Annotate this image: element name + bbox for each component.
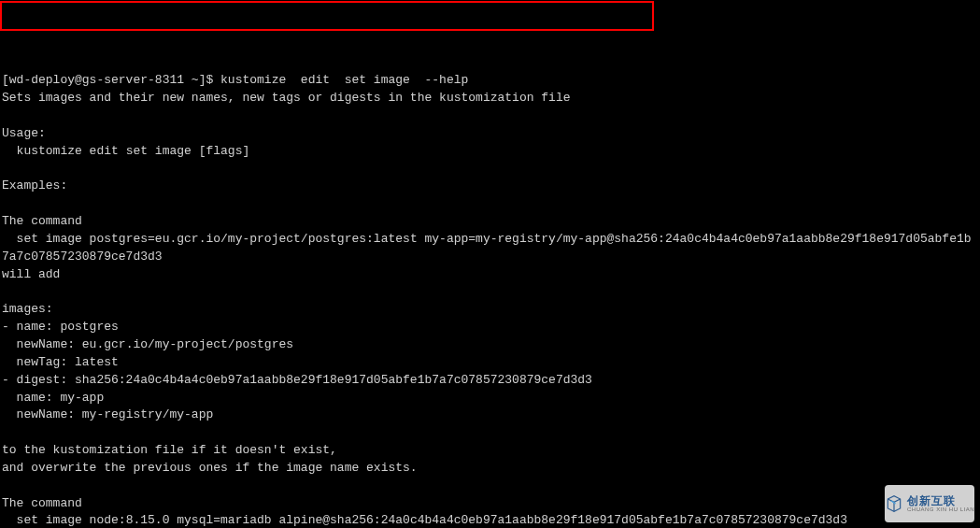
watermark-main: 创新互联 <box>907 495 956 507</box>
images-header-1: images: <box>2 302 53 316</box>
logo-watermark: 创新互联 CHUANG XIN HU LIAN <box>885 485 974 522</box>
logo-icon <box>885 492 903 515</box>
example1-intro: The command <box>2 214 82 228</box>
img2-name: name: my-app <box>2 391 104 405</box>
example2-cmd: set image node:8.15.0 mysql=mariadb alpi… <box>2 513 847 527</box>
examples-header: Examples: <box>2 178 67 193</box>
img1-name: - name: postgres <box>2 320 119 334</box>
highlight-annotation <box>0 1 654 31</box>
help-description: Sets images and their new names, new tag… <box>2 91 571 105</box>
example1-cmd: set image postgres=eu.gcr.io/my-project/… <box>2 232 972 264</box>
usage-line: kustomize edit set image [flags] <box>2 144 249 158</box>
note1: to the kustomization file if it doesn't … <box>2 443 337 457</box>
terminal-output: [wd-deploy@gs-server-8311 ~]$ kustomize … <box>0 53 980 528</box>
terminal-window[interactable]: [wd-deploy@gs-server-8311 ~]$ kustomize … <box>0 0 980 528</box>
img2-digest: - digest: sha256:24a0c4b4a4c0eb97a1aabb8… <box>2 373 592 387</box>
note2: and overwrite the previous ones if the i… <box>2 461 418 475</box>
img1-newtag: newTag: latest <box>2 355 119 369</box>
shell-prompt: [wd-deploy@gs-server-8311 ~]$ <box>2 73 220 87</box>
will-add-1: will add <box>2 267 60 281</box>
command-text: kustomize edit set image --help <box>220 73 468 87</box>
usage-header: Usage: <box>2 126 46 140</box>
example2-intro: The command <box>2 496 82 510</box>
watermark-sub: CHUANG XIN HU LIAN <box>907 507 974 512</box>
img2-newname: newName: my-registry/my-app <box>2 407 213 421</box>
img1-newname: newName: eu.gcr.io/my-project/postgres <box>2 337 293 351</box>
